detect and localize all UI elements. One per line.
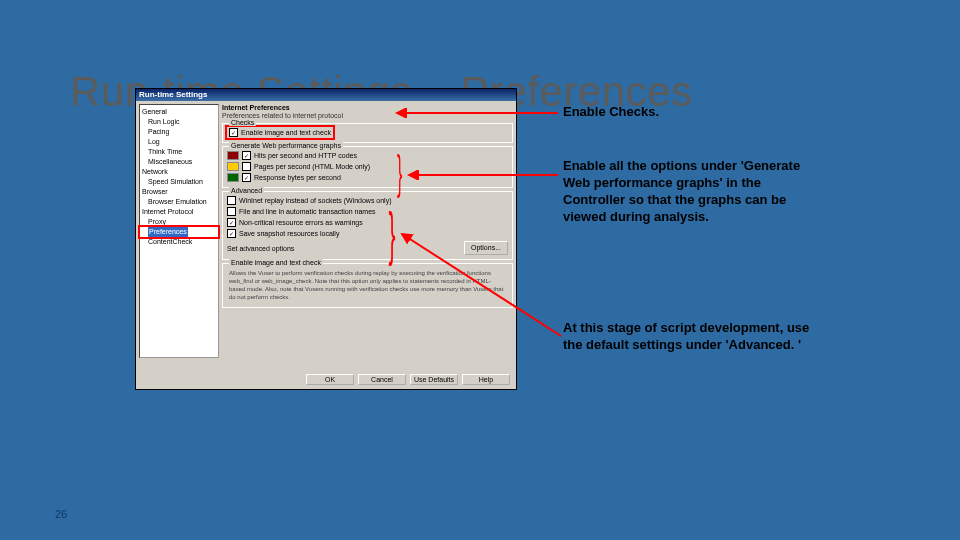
advanced-fieldset: Advanced WinInet replay instead of socke…: [222, 191, 513, 260]
checkbox-icon[interactable]: ✓: [227, 218, 236, 227]
dialog-buttons: OK Cancel Use Defaults Help: [306, 374, 510, 385]
color-swatch: [227, 151, 239, 160]
pane-heading: Internet Preferences: [222, 104, 513, 111]
set-advanced-label: Set advanced options: [227, 245, 294, 252]
fieldset-label: Advanced: [229, 187, 264, 194]
tree-item[interactable]: Speed Simulation: [140, 177, 218, 187]
advanced-option[interactable]: File and line in automatic transaction n…: [227, 206, 508, 217]
annotation-graphs: Enable all the options under 'Generate W…: [563, 158, 813, 226]
checks-fieldset: Checks ✓ Enable image and text check: [222, 123, 513, 143]
preferences-pane: Internet Preferences Preferences related…: [222, 101, 516, 361]
tree-category: Network: [140, 167, 218, 177]
graph-option[interactable]: ✓Response bytes per second: [227, 172, 508, 183]
tree-item[interactable]: Log: [140, 137, 218, 147]
tree-item[interactable]: Pacing: [140, 127, 218, 137]
option-label: Enable image and text check: [241, 129, 331, 136]
annotation-enable-checks: Enable Checks.: [563, 104, 659, 121]
graph-option[interactable]: ✓Hits per second and HTTP codes: [227, 150, 508, 161]
settings-tree[interactable]: General Run Logic Pacing Log Think Time …: [139, 104, 219, 358]
option-label: Pages per second (HTML Mode only): [254, 163, 370, 170]
advanced-option[interactable]: ✓Save snapshot resources locally: [227, 228, 508, 239]
color-swatch: [227, 173, 239, 182]
help-button[interactable]: Help: [462, 374, 510, 385]
tree-category: Internet Protocol: [140, 207, 218, 217]
cancel-button[interactable]: Cancel: [358, 374, 406, 385]
tree-item-preferences[interactable]: Preferences: [140, 227, 218, 237]
pane-subheading: Preferences related to internet protocol: [222, 112, 513, 119]
annotation-advanced: At this stage of script development, use…: [563, 320, 813, 354]
options-button[interactable]: Options...: [464, 241, 508, 255]
graphs-fieldset: Generate Web performance graphs ✓Hits pe…: [222, 146, 513, 188]
ok-button[interactable]: OK: [306, 374, 354, 385]
tree-item[interactable]: Run Logic: [140, 117, 218, 127]
option-label: Hits per second and HTTP codes: [254, 152, 357, 159]
tree-item[interactable]: Browser Emulation: [140, 197, 218, 207]
checkbox-icon[interactable]: ✓: [242, 151, 251, 160]
color-swatch: [227, 162, 239, 171]
tree-item[interactable]: Miscellaneous: [140, 157, 218, 167]
fieldset-label: Checks: [229, 119, 256, 126]
option-label: Save snapshot resources locally: [239, 230, 339, 237]
tree-item[interactable]: Think Time: [140, 147, 218, 157]
option-label: Non-critical resource errors as warnings: [239, 219, 363, 226]
checkbox-icon[interactable]: ✓: [242, 173, 251, 182]
hint-text: Allows the Vuser to perform verification…: [227, 267, 508, 303]
advanced-option[interactable]: ✓Non-critical resource errors as warning…: [227, 217, 508, 228]
checkbox-icon[interactable]: ✓: [227, 229, 236, 238]
fieldset-label: Generate Web performance graphs: [229, 142, 343, 149]
option-label: File and line in automatic transaction n…: [239, 208, 376, 215]
tree-item[interactable]: ContentCheck: [140, 237, 218, 247]
option-label: WinInet replay instead of sockets (Windo…: [239, 197, 392, 204]
checkbox-icon[interactable]: [227, 196, 236, 205]
tree-category: Browser: [140, 187, 218, 197]
dialog-title: Run-time Settings: [136, 89, 516, 101]
use-defaults-button[interactable]: Use Defaults: [410, 374, 458, 385]
enable-image-text-check-option[interactable]: ✓ Enable image and text check: [227, 127, 333, 138]
checkbox-icon[interactable]: [242, 162, 251, 171]
checkbox-icon[interactable]: [227, 207, 236, 216]
option-label: Response bytes per second: [254, 174, 341, 181]
checkbox-icon[interactable]: ✓: [229, 128, 238, 137]
tree-category: General: [140, 107, 218, 117]
graph-option[interactable]: Pages per second (HTML Mode only): [227, 161, 508, 172]
page-number: 26: [55, 508, 67, 520]
hint-fieldset: Enable image and text check Allows the V…: [222, 263, 513, 308]
tree-item[interactable]: Proxy: [140, 217, 218, 227]
fieldset-label: Enable image and text check: [229, 259, 323, 266]
advanced-option[interactable]: WinInet replay instead of sockets (Windo…: [227, 195, 508, 206]
runtime-settings-dialog: Run-time Settings General Run Logic Paci…: [135, 88, 517, 390]
